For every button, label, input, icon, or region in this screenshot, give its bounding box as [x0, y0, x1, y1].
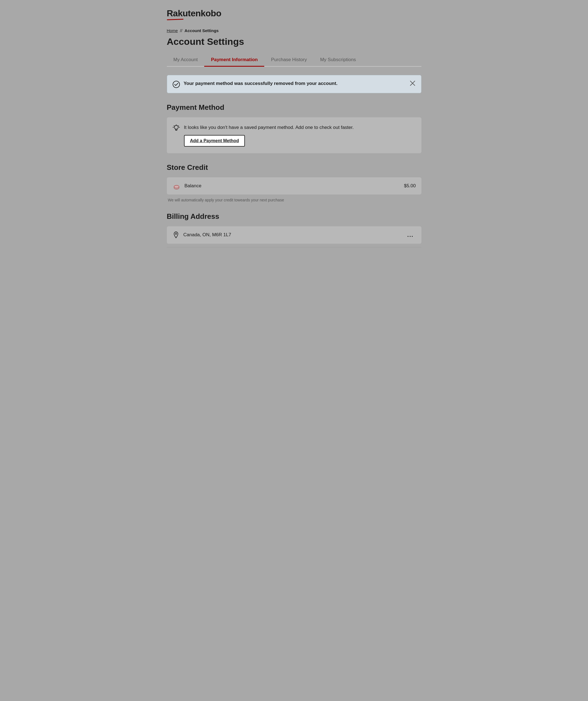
- lightbulb-icon: [172, 125, 180, 132]
- address-row: Canada, ON, M6R 1L7 ...: [167, 226, 421, 244]
- billing-address-section: Billing Address Canada, ON, M6R 1L7 ...: [167, 212, 421, 247]
- balance-left: Balance: [172, 182, 201, 190]
- store-credit-title: Store Credit: [167, 163, 421, 172]
- credit-note: We will automatically apply your credit …: [167, 198, 421, 202]
- svg-point-0: [173, 81, 180, 88]
- address-text: Canada, ON, M6R 1L7: [183, 232, 231, 238]
- billing-address-title: Billing Address: [167, 212, 421, 221]
- page-title: Account Settings: [167, 36, 421, 47]
- payment-method-info-text: It looks like you don't have a saved pay…: [184, 124, 416, 131]
- breadcrumb-home-link[interactable]: Home: [167, 28, 178, 33]
- payment-method-box: It looks like you don't have a saved pay…: [167, 117, 421, 153]
- logo-part1: Rakuten: [167, 8, 201, 18]
- logo-underline: [167, 19, 183, 20]
- svg-line-6: [178, 126, 179, 127]
- store-credit-section: Store Credit Balance $5.00 We will autom…: [167, 163, 421, 202]
- svg-line-7: [174, 126, 174, 127]
- balance-row: Balance $5.00: [167, 177, 421, 195]
- location-icon: [172, 231, 180, 238]
- tab-purchase-history[interactable]: Purchase History: [264, 54, 313, 67]
- svg-point-3: [174, 125, 178, 129]
- breadcrumb-current: Account Settings: [185, 28, 219, 33]
- success-banner: Your payment method was successfully rem…: [167, 75, 421, 93]
- balance-icon: [172, 182, 181, 190]
- address-left: Canada, ON, M6R 1L7: [172, 231, 231, 238]
- payment-method-section: Payment Method It looks like you don't h…: [167, 103, 421, 153]
- svg-point-12: [175, 233, 177, 235]
- tab-payment-information[interactable]: Payment Information: [204, 54, 264, 67]
- tabs-nav: My Account Payment Information Purchase …: [167, 54, 421, 67]
- tab-my-subscriptions[interactable]: My Subscriptions: [314, 54, 363, 67]
- success-banner-text: Your payment method was successfully rem…: [184, 80, 338, 87]
- breadcrumb: Home // Account Settings: [167, 28, 421, 33]
- address-divider: [167, 247, 421, 247]
- payment-method-title: Payment Method: [167, 103, 421, 112]
- logo-part2: kobo: [201, 8, 221, 18]
- add-payment-method-button[interactable]: Add a Payment Method: [184, 135, 245, 147]
- checkmark-icon: [173, 81, 180, 88]
- balance-label: Balance: [185, 183, 201, 189]
- success-banner-left: Your payment method was successfully rem…: [173, 80, 338, 88]
- logo: Rakutenkobo: [167, 8, 421, 20]
- balance-amount: $5.00: [404, 183, 416, 189]
- payment-method-content: It looks like you don't have a saved pay…: [184, 124, 416, 147]
- tab-my-account[interactable]: My Account: [167, 54, 204, 67]
- logo-text: Rakutenkobo: [167, 8, 421, 19]
- breadcrumb-separator: //: [180, 28, 182, 33]
- close-icon[interactable]: [409, 80, 416, 86]
- svg-point-11: [174, 185, 179, 188]
- more-options-button[interactable]: ...: [405, 231, 416, 239]
